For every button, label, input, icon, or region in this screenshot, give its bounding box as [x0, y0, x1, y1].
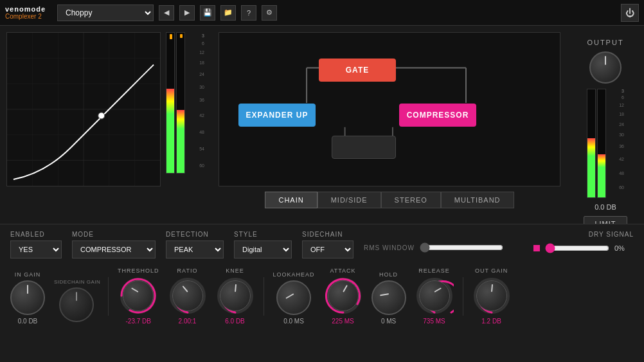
threshold-group: THRESHOLD -23.7 DB: [118, 267, 159, 325]
detection-label: DETECTION: [166, 231, 224, 238]
logo: venomode Complexer 2: [5, 5, 46, 20]
style-control: STYLE DigitalAnalogVintage: [234, 231, 292, 258]
dry-signal-control: DRY SIGNAL 0%: [533, 231, 634, 253]
hold-group: HOLD 0 MS: [371, 271, 406, 325]
controls-row1: ENABLED YESNO MODE COMPRESSOREXPANDERGAT…: [10, 231, 634, 258]
tab-midside[interactable]: MID/SIDE: [318, 192, 381, 208]
app-product: Complexer 2: [5, 13, 42, 20]
bottom-controls: ENABLED YESNO MODE COMPRESSOREXPANDERGAT…: [0, 224, 644, 362]
release-label: RELEASE: [418, 267, 450, 274]
ratio-group: RATIO 2.00:1: [168, 267, 207, 325]
threshold-label: THRESHOLD: [118, 267, 159, 274]
knee-value: 6.0 DB: [225, 318, 245, 325]
svg-point-11: [98, 113, 105, 119]
in-gain-value: 0.0 DB: [18, 318, 38, 325]
sidechain-gain-label: SIDECHAIN GAIN: [54, 279, 99, 285]
attack-knob-wrap: [324, 276, 362, 315]
release-group: RELEASE 735 MS: [415, 267, 454, 325]
rms-slider[interactable]: [420, 242, 503, 253]
enabled-select[interactable]: YESNO: [10, 240, 62, 258]
dry-signal-value: 0%: [614, 244, 634, 252]
threshold-knob-wrap: [119, 276, 157, 315]
input-meter-left: [166, 32, 175, 174]
top-bar: venomode Complexer 2 Choppy Clean Heavy …: [0, 0, 644, 26]
ratio-knob[interactable]: [172, 280, 203, 311]
in-gain-label: IN GAIN: [15, 271, 41, 278]
tab-stereo[interactable]: STEREO: [381, 192, 441, 208]
out-gain-group: OUT GAIN 1.2 DB: [472, 267, 511, 325]
expander-node[interactable]: EXPANDER UP: [238, 104, 316, 127]
gate-node[interactable]: GATE: [319, 59, 396, 82]
hold-value: 0 MS: [381, 318, 396, 325]
ratio-value: 2.00:1: [179, 318, 197, 325]
sidechain-gain-group: SIDECHAIN GAIN: [54, 279, 99, 325]
power-button[interactable]: ⏻: [621, 4, 639, 22]
mode-label: MODE: [72, 231, 156, 238]
chain-tabs: CHAIN MID/SIDE STEREO MULTIBAND: [219, 192, 560, 208]
mode-select[interactable]: COMPRESSOREXPANDERGATELIMITER: [72, 240, 156, 258]
detection-select[interactable]: PEAKRMS: [166, 240, 224, 258]
attack-label: ATTACK: [330, 267, 355, 274]
output-label: OUTPUT: [587, 39, 623, 46]
output-knob[interactable]: [589, 51, 622, 84]
lookahead-knob[interactable]: [276, 280, 311, 315]
lookahead-group: LOOKAHEAD 0.0 MS: [273, 271, 315, 325]
tab-multiband[interactable]: MULTIBAND: [441, 192, 514, 208]
dry-signal-label: DRY SIGNAL: [589, 231, 634, 238]
dry-signal-slider[interactable]: [545, 243, 609, 253]
enabled-control: ENABLED YESNO: [10, 231, 62, 258]
separator1: [108, 277, 109, 316]
load-preset-button[interactable]: 📁: [220, 5, 236, 21]
mode-control: MODE COMPRESSOREXPANDERGATELIMITER: [72, 231, 156, 258]
hold-knob[interactable]: [371, 280, 406, 315]
meter-scale: 3 6 12 18 24 30 36 42 48 54 60: [186, 32, 204, 174]
output-db-value: 0.0 DB: [595, 203, 616, 211]
lookahead-value: 0.0 MS: [283, 318, 304, 325]
sidechain-select[interactable]: OFFON: [302, 240, 353, 258]
save-preset-button[interactable]: 💾: [200, 5, 215, 21]
out-gain-value: 1.2 DB: [481, 318, 501, 325]
output-meters: 3 6 12 18 24 30 36 42 48 60: [587, 89, 624, 198]
knee-knob-wrap: [216, 276, 255, 315]
out-gain-knob-wrap: [472, 276, 511, 315]
next-preset-button[interactable]: ▶: [179, 5, 195, 21]
release-knob[interactable]: [419, 280, 450, 311]
threshold-value: -23.7 DB: [126, 318, 151, 325]
style-select[interactable]: DigitalAnalogVintage: [234, 240, 292, 258]
transfer-curve: [6, 32, 161, 186]
app-name: venomode: [5, 5, 46, 13]
empty-node[interactable]: [332, 136, 396, 159]
tab-chain[interactable]: CHAIN: [265, 192, 317, 208]
rms-control: RMS WINDOW: [364, 242, 503, 253]
hold-label: HOLD: [379, 271, 398, 278]
out-gain-label: OUT GAIN: [475, 267, 508, 274]
rms-label: RMS WINDOW: [364, 244, 415, 251]
in-gain-knob[interactable]: [10, 280, 45, 315]
input-meter-right: [176, 32, 185, 174]
chain-display: GATE EXPANDER UP COMPRESSOR: [219, 32, 560, 186]
separator2: [264, 277, 264, 316]
threshold-knob[interactable]: [123, 280, 154, 311]
release-knob-wrap: [415, 276, 454, 315]
in-gain-group: IN GAIN 0.0 DB: [10, 271, 45, 325]
out-gain-knob[interactable]: [476, 280, 507, 311]
knee-knob[interactable]: [220, 280, 251, 311]
sidechain-gain-knob[interactable]: [59, 287, 94, 322]
release-value: 735 MS: [423, 318, 445, 325]
sidechain-control: SIDECHAIN OFFON: [302, 231, 353, 258]
attack-group: ATTACK 225 MS: [324, 267, 362, 325]
sidechain-label: SIDECHAIN: [302, 231, 353, 238]
compressor-node[interactable]: COMPRESSOR: [399, 104, 476, 127]
controls-row2: IN GAIN 0.0 DB SIDECHAIN GAIN THRESHOLD: [10, 267, 634, 325]
prev-preset-button[interactable]: ◀: [159, 5, 174, 21]
help-button[interactable]: ?: [241, 5, 256, 21]
knee-group: KNEE 6.0 DB: [216, 267, 255, 325]
dry-signal-dot: [533, 245, 540, 251]
lookahead-label: LOOKAHEAD: [273, 271, 315, 278]
preset-select[interactable]: Choppy Clean Heavy Soft: [57, 5, 154, 21]
settings-button[interactable]: ⚙: [262, 5, 277, 21]
enabled-label: ENABLED: [10, 231, 62, 238]
separator3: [463, 277, 463, 316]
style-label: STYLE: [234, 231, 292, 238]
attack-knob[interactable]: [328, 280, 359, 311]
